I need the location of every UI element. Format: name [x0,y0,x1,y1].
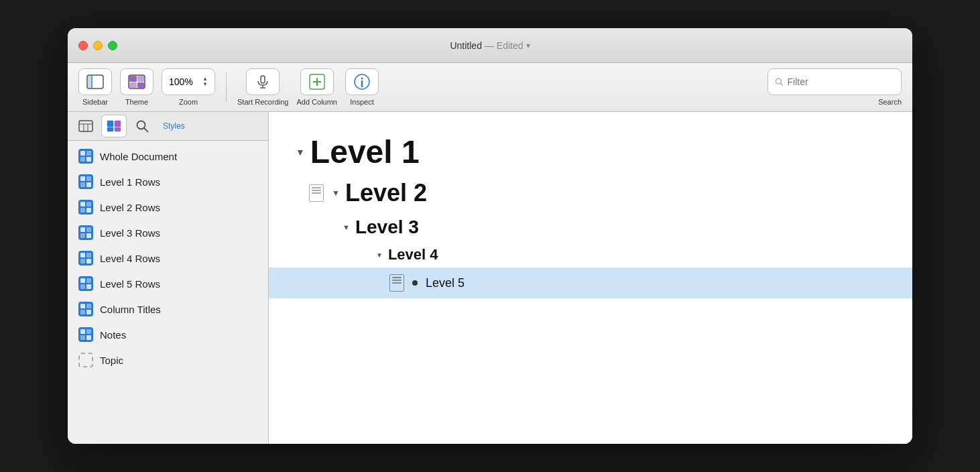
window-title-text: Untitled [450,40,481,51]
svg-rect-2 [88,76,91,88]
svg-rect-8 [261,76,265,83]
sidebar-tabs: Styles [68,112,268,141]
sidebar-item-whole-document[interactable]: Whole Document [68,143,268,169]
svg-point-15 [361,78,363,80]
svg-rect-24 [115,121,121,127]
sidebar-item-level3-rows[interactable]: Level 3 Rows [68,220,268,245]
add-column-icon [300,68,334,95]
level4-disclosure-arrow[interactable]: ▼ [376,251,383,259]
window-chevron-icon[interactable]: ▾ [526,41,530,50]
topic-icon [78,353,93,367]
level1-rows-label: Level 1 Rows [100,176,160,188]
window-title: Untitled — Edited ▾ [450,40,530,51]
svg-rect-19 [79,121,93,131]
sidebar: Styles Whole Document [68,112,269,444]
microphone-icon [246,68,280,95]
zoom-value: 100% [169,76,193,87]
svg-rect-25 [107,127,113,131]
level3-disclosure-arrow[interactable]: ▼ [343,223,350,231]
level3-rows-icon [78,225,93,240]
sidebar-item-topic[interactable]: Topic [68,347,268,373]
app-window: Untitled — Edited ▾ Sidebar [68,28,912,444]
svg-point-27 [137,121,145,129]
traffic-lights [78,41,117,50]
sidebar-item-column-titles[interactable]: Column Titles [68,296,268,322]
level4-text: Level 4 [388,246,438,263]
theme-button[interactable]: Theme [120,68,154,106]
level5-text: Level 5 [426,276,465,290]
search-input[interactable] [788,76,894,87]
zoom-label: Zoom [179,98,198,106]
column-titles-icon [78,302,93,316]
level2-rows-label: Level 2 Rows [100,202,160,213]
svg-rect-6 [129,82,137,88]
level1-row[interactable]: ▼ Level 1 [296,125,885,174]
level3-row[interactable]: ▼ Level 3 [296,213,885,242]
svg-rect-5 [137,76,144,82]
search-icon [775,77,784,86]
whole-document-label: Whole Document [100,151,177,162]
tab-table[interactable] [73,115,99,137]
toolbar: Sidebar Theme 100% ▲ ▼ [68,63,912,112]
sidebar-item-level4-rows[interactable]: Level 4 Rows [68,245,268,271]
notes-icon [78,327,93,342]
sidebar-icon [78,68,112,95]
theme-label: Theme [125,98,148,106]
start-recording-label: Start Recording [237,98,288,106]
level4-row[interactable]: ▼ Level 4 [296,242,885,268]
zoom-select[interactable]: 100% ▲ ▼ [162,68,215,95]
theme-icon [120,68,154,95]
level1-rows-icon [78,174,93,189]
window-edited-label: — Edited [485,40,524,51]
tab-styles[interactable] [101,115,127,137]
level2-rows-icon [78,200,93,215]
sidebar-item-level5-rows[interactable]: Level 5 Rows [68,271,268,296]
add-column-label: Add Column [296,98,337,106]
zoom-control[interactable]: 100% ▲ ▼ Zoom [162,68,215,106]
start-recording-button[interactable]: Start Recording [237,68,288,106]
sidebar-label: Sidebar [82,98,108,106]
level2-disclosure-arrow[interactable]: ▼ [332,188,340,198]
add-column-button[interactable]: Add Column [296,68,337,106]
level5-rows-icon [78,276,93,291]
level1-disclosure-arrow[interactable]: ▼ [296,147,305,158]
inspect-label: Inspect [350,98,373,106]
sidebar-item-notes[interactable]: Notes [68,322,268,347]
svg-line-18 [781,83,783,85]
search-input-wrapper[interactable] [768,68,902,95]
sidebar-button[interactable]: Sidebar [78,68,112,106]
svg-line-28 [145,129,148,132]
column-titles-label: Column Titles [100,304,161,315]
level5-bullet [412,280,418,286]
styles-tab-label: Styles [163,121,185,131]
search-box: Search [768,68,902,106]
zoom-arrows-icon: ▲ ▼ [202,76,208,87]
sidebar-item-level2-rows[interactable]: Level 2 Rows [68,194,268,220]
level4-rows-icon [78,251,93,266]
svg-rect-4 [129,76,137,82]
topic-label: Topic [100,355,123,366]
search-label: Search [878,98,902,106]
outline-content: ▼ Level 1 ▼ Level 2 ▼ Level 3 [269,112,912,444]
level5-rows-label: Level 5 Rows [100,278,160,290]
whole-document-icon [78,149,93,164]
level2-doc-icon [309,184,324,202]
level5-row[interactable]: Level 5 [269,268,912,298]
sidebar-items-list: Whole Document Level 1 Rows [68,141,268,444]
svg-rect-7 [137,82,144,88]
inspect-button[interactable]: Inspect [345,68,379,106]
level4-rows-label: Level 4 Rows [100,253,160,264]
title-bar: Untitled — Edited ▾ [68,28,912,63]
inspect-icon [345,68,379,95]
main-content: Styles Whole Document [68,112,912,444]
close-button[interactable] [78,41,88,50]
level2-row[interactable]: ▼ Level 2 [296,174,885,213]
level3-text: Level 3 [355,217,419,238]
notes-label: Notes [100,329,126,341]
level3-rows-label: Level 3 Rows [100,227,160,239]
sidebar-item-level1-rows[interactable]: Level 1 Rows [68,169,268,194]
toolbar-divider-1 [226,72,227,102]
minimize-button[interactable] [93,41,103,50]
tab-search[interactable] [129,115,155,137]
maximize-button[interactable] [108,41,117,50]
